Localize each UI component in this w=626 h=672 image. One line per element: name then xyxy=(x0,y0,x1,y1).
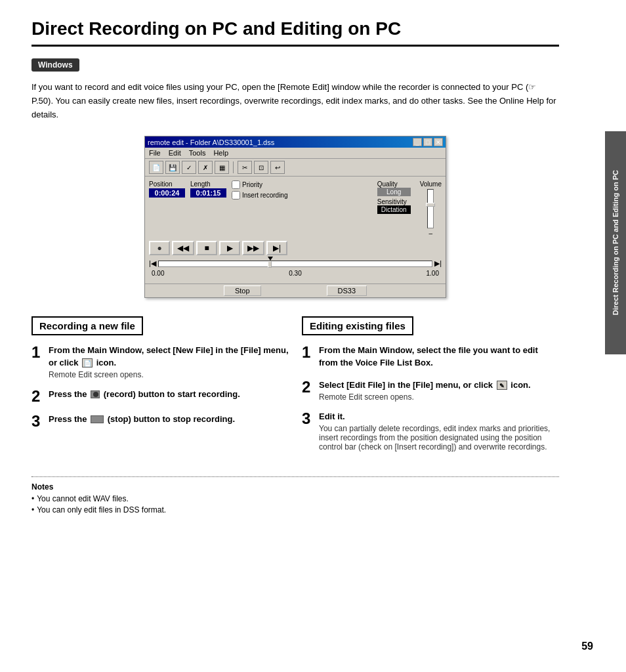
toolbar-open[interactable]: 💾 xyxy=(165,161,180,174)
remote-edit-window: remote edit - Folder A\DS330001_1.dss _ … xyxy=(144,136,446,298)
position-value: 0:00:24 xyxy=(149,188,185,198)
volume-minus: – xyxy=(429,230,433,237)
right-section-header: Editing existing files xyxy=(302,316,413,335)
progress-thumb[interactable] xyxy=(268,261,272,268)
intro-text: If you want to record and edit voice fil… xyxy=(31,81,559,121)
quality-group: Quality Long Sensitivity Dictation xyxy=(377,180,411,214)
rewind-button[interactable]: ◀◀ xyxy=(172,241,194,255)
left-step-3-content: Press the (stop) button to stop recordin… xyxy=(49,413,289,429)
time-row: 0.00 0.30 1.00 xyxy=(149,270,442,277)
right-step-1-title: From the Main Window, select the file yo… xyxy=(319,345,559,368)
slider-thumb[interactable] xyxy=(426,203,435,207)
titlebar-buttons: _ □ ✕ xyxy=(413,138,443,146)
status-ds33[interactable]: DS33 xyxy=(327,285,367,296)
right-step-1: 1 From the Main Window, select the file … xyxy=(302,345,559,369)
menu-tools[interactable]: Tools xyxy=(189,149,206,157)
time-end: 1.00 xyxy=(427,270,439,277)
toolbar-new[interactable]: 📄 xyxy=(149,161,163,174)
position-group: Position 0:00:24 xyxy=(149,180,185,198)
window-titlebar: remote edit - Folder A\DS330001_1.dss _ … xyxy=(145,136,446,148)
controls-row: Position 0:00:24 Length 0:01:15 Priority xyxy=(149,180,442,237)
fast-forward-button[interactable]: ▶▶ xyxy=(242,241,264,255)
dictation-value: Dictation xyxy=(377,205,411,214)
right-step-3-number: 3 xyxy=(302,411,314,452)
side-tab-text: Direct Recording on PC and Editing on PC xyxy=(611,170,620,315)
note-bullet-2: • xyxy=(31,505,34,514)
left-step-1: 1 From the Main Window, select [New File… xyxy=(31,345,289,379)
right-step-3-desc: You can partially delete recordings, edi… xyxy=(319,424,559,452)
time-mid: 0.30 xyxy=(289,270,301,277)
page-number: 59 xyxy=(581,640,593,652)
play-button[interactable]: ▶ xyxy=(219,241,240,255)
page-title: Direct Recording on PC and Editing on PC xyxy=(31,18,559,47)
length-value: 0:01:15 xyxy=(190,188,226,198)
window-title: remote edit - Folder A\DS330001_1.dss xyxy=(148,138,274,146)
notes-title: Notes xyxy=(31,482,559,492)
note-text-1: You cannot edit WAV files. xyxy=(37,494,129,503)
close-button[interactable]: ✕ xyxy=(434,138,443,146)
left-step-2-number: 2 xyxy=(31,388,43,404)
windows-badge: Windows xyxy=(31,58,79,72)
toolbar-check[interactable]: ✓ xyxy=(182,161,196,174)
toolbar-x[interactable]: ✗ xyxy=(198,161,213,174)
transport-row: ● ◀◀ ■ ▶ ▶▶ ▶| xyxy=(149,241,442,255)
toolbar-scissors[interactable]: ✂ xyxy=(238,161,252,174)
window-toolbar: 📄 💾 ✓ ✗ ▦ ✂ ⊡ ↩ xyxy=(145,159,446,177)
toolbar-undo[interactable]: ↩ xyxy=(270,161,285,174)
side-tab: Direct Recording on PC and Editing on PC xyxy=(605,131,626,354)
stop-button[interactable]: ■ xyxy=(196,241,217,255)
priority-label: Priority xyxy=(242,181,262,188)
right-step-2-desc: Remote Edit screen opens. xyxy=(319,392,559,402)
column-right: Editing existing files 1 From the Main W… xyxy=(302,316,559,461)
quality-label: Quality xyxy=(377,180,411,188)
stop-icon-inline xyxy=(91,415,104,423)
insert-recording-label: Insert recording xyxy=(242,192,287,199)
insert-checkbox-item: Insert recording xyxy=(232,191,287,200)
menu-edit[interactable]: Edit xyxy=(169,149,181,157)
toolbar-copy[interactable]: ⊡ xyxy=(254,161,268,174)
quality-value: Long xyxy=(377,188,411,196)
length-group: Length 0:01:15 xyxy=(190,180,226,198)
note-item-2: • You can only edit files in DSS format. xyxy=(31,505,559,514)
toolbar-sep1 xyxy=(233,161,234,173)
notes-section: Notes • You cannot edit WAV files. • You… xyxy=(31,482,559,514)
position-triangle xyxy=(268,257,273,261)
left-step-3: 3 Press the (stop) button to stop record… xyxy=(31,413,289,429)
skip-end-button[interactable]: ▶| xyxy=(266,241,287,255)
insert-recording-checkbox[interactable] xyxy=(232,191,240,200)
left-step-1-title: From the Main Window, select [New File] … xyxy=(49,345,289,368)
menu-help[interactable]: Help xyxy=(213,149,228,157)
progress-row: |◀ ▶| xyxy=(149,259,442,268)
left-step-2-content: Press the (record) button to start recor… xyxy=(49,388,289,404)
status-row: Stop DS33 xyxy=(145,284,446,297)
two-column-section: Recording a new file 1 From the Main Win… xyxy=(31,316,559,461)
minimize-button[interactable]: _ xyxy=(413,138,422,146)
progress-track[interactable] xyxy=(158,261,432,267)
left-step-3-number: 3 xyxy=(31,413,43,429)
status-stop[interactable]: Stop xyxy=(224,285,261,296)
left-step-2: 2 Press the (record) button to start rec… xyxy=(31,388,289,404)
length-label: Length xyxy=(190,180,226,188)
right-step-1-content: From the Main Window, select the file yo… xyxy=(319,345,559,369)
right-step-2: 2 Select [Edit File] in the [File] menu,… xyxy=(302,379,559,402)
maximize-button[interactable]: □ xyxy=(423,138,432,146)
left-section-header: Recording a new file xyxy=(31,316,143,335)
priority-checkbox[interactable] xyxy=(232,180,240,189)
note-bullet-1: • xyxy=(31,494,34,503)
window-menubar: File Edit Tools Help xyxy=(145,148,446,159)
slider-track[interactable] xyxy=(427,189,434,228)
volume-slider[interactable]: Volume – xyxy=(420,180,442,237)
time-start: 0.00 xyxy=(152,270,164,277)
left-step-3-title: Press the (stop) button to stop recordin… xyxy=(49,413,289,425)
notes-divider xyxy=(31,476,559,477)
record-button[interactable]: ● xyxy=(149,241,170,255)
position-label: Position xyxy=(149,180,185,188)
toolbar-grid[interactable]: ▦ xyxy=(215,161,229,174)
menu-file[interactable]: File xyxy=(149,149,161,157)
column-left: Recording a new file 1 From the Main Win… xyxy=(31,316,289,461)
right-step-2-content: Select [Edit File] in the [File] menu, o… xyxy=(319,379,559,402)
right-step-3-title: Edit it. xyxy=(319,411,559,423)
right-step-2-number: 2 xyxy=(302,379,314,402)
right-step-3-content: Edit it. You can partially delete record… xyxy=(319,411,559,452)
left-step-1-desc: Remote Edit screen opens. xyxy=(49,370,289,379)
